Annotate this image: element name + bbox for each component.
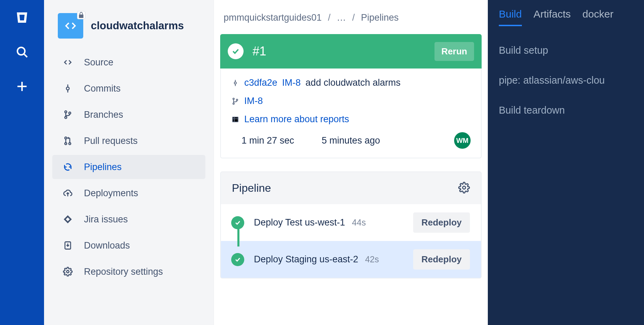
reports-row: Learn more about reports (231, 114, 471, 125)
step-duration: 42s (365, 254, 379, 264)
nav-label: Downloads (84, 240, 130, 251)
step-duration: 44s (352, 218, 366, 228)
repo-sidebar: cloudwatchalarms Source Commits Branches… (44, 0, 214, 325)
commit-icon (231, 79, 239, 87)
log-line[interactable]: Build setup (499, 45, 633, 56)
log-line[interactable]: Build teardown (499, 105, 633, 116)
pipeline-step[interactable]: Deploy Test us-west-1 44s Redeploy (221, 204, 481, 241)
run-number: #1 (253, 44, 266, 59)
svg-point-8 (65, 116, 67, 118)
add-icon[interactable] (13, 77, 31, 96)
log-panel: Build Artifacts docker Build setup pipe:… (488, 0, 644, 325)
nav-label: Branches (84, 109, 123, 120)
nav-downloads[interactable]: Downloads (52, 233, 205, 258)
breadcrumb-item[interactable]: … (337, 12, 346, 23)
nav-label: Deployments (84, 188, 138, 199)
step-name: Deploy Staging us-east-2 (254, 254, 358, 265)
run-timestamp: 5 minutes ago (322, 135, 380, 146)
breadcrumb: pmmquickstartguides01 / … / Pipelines (220, 12, 482, 34)
svg-point-7 (65, 111, 67, 113)
reports-link[interactable]: Learn more about reports (244, 114, 349, 125)
branch-icon (62, 109, 74, 120)
svg-point-31 (463, 186, 466, 189)
redeploy-button[interactable]: Redeploy (413, 249, 470, 270)
repo-avatar[interactable] (58, 13, 83, 39)
svg-point-22 (236, 99, 238, 101)
nav-label: Source (84, 57, 114, 68)
nav-label: Commits (84, 83, 121, 94)
success-icon (228, 43, 244, 59)
log-tab-build[interactable]: Build (499, 8, 522, 26)
pipeline-card: Pipeline Deploy Test us-west-1 44s Redep… (220, 171, 482, 279)
commit-issue-link[interactable]: IM-8 (282, 77, 301, 88)
pipelines-icon (62, 161, 74, 173)
user-avatar[interactable]: WM (454, 132, 471, 149)
nav-label: Pull requests (84, 136, 138, 146)
svg-point-12 (69, 143, 71, 145)
svg-point-9 (69, 112, 71, 114)
pipeline-settings-button[interactable] (458, 182, 470, 195)
code-icon (62, 56, 74, 68)
commit-row: c3dfa2e IM-8 add cloudwatch alarms (231, 77, 471, 88)
issue-row: IM-8 (231, 96, 471, 106)
bitbucket-logo-icon[interactable] (13, 8, 31, 27)
repo-name[interactable]: cloudwatchalarms (91, 20, 184, 32)
nav-deployments[interactable]: Deployments (52, 181, 205, 205)
main-content: pmmquickstartguides01 / … / Pipelines #1… (214, 0, 488, 325)
nav-pull-requests[interactable]: Pull requests (52, 129, 205, 153)
log-tab-artifacts[interactable]: Artifacts (534, 8, 571, 26)
svg-point-21 (233, 103, 234, 104)
svg-point-10 (65, 137, 67, 139)
download-icon (62, 240, 74, 251)
step-name: Deploy Test us-west-1 (254, 217, 345, 228)
repo-header: cloudwatchalarms (52, 13, 205, 50)
nav-jira-issues[interactable]: Jira issues (52, 207, 205, 231)
step-success-icon (231, 216, 244, 229)
nav-pipelines[interactable]: Pipelines (52, 155, 205, 179)
run-status-banner: #1 Rerun (220, 34, 482, 69)
commit-icon (62, 83, 74, 94)
pipeline-step[interactable]: Deploy Staging us-east-2 42s Redeploy (221, 241, 481, 278)
svg-point-0 (18, 48, 25, 55)
run-details: c3dfa2e IM-8 add cloudwatch alarms IM-8 … (220, 69, 482, 158)
log-line[interactable]: pipe: atlassian/aws-clou (499, 75, 633, 86)
nav-commits[interactable]: Commits (52, 76, 205, 101)
step-success-icon (231, 253, 244, 266)
commit-hash-link[interactable]: c3dfa2e (244, 77, 277, 88)
pipeline-title: Pipeline (232, 182, 271, 195)
nav-repo-settings[interactable]: Repository settings (52, 260, 205, 284)
run-meta: 1 min 27 sec 5 minutes ago WM (231, 132, 471, 149)
svg-line-1 (24, 54, 27, 57)
branch-icon (231, 97, 239, 105)
svg-point-4 (66, 87, 69, 90)
log-tab-docker[interactable]: docker (582, 8, 613, 26)
linked-issue-link[interactable]: IM-8 (244, 96, 263, 106)
nav-label: Jira issues (84, 214, 128, 225)
global-rail (0, 0, 44, 325)
svg-point-11 (65, 143, 67, 145)
gear-icon (62, 266, 74, 277)
jira-icon (62, 213, 74, 225)
lock-icon (77, 11, 85, 19)
breadcrumb-item[interactable]: Pipelines (361, 12, 399, 23)
nav-label: Repository settings (84, 266, 163, 277)
repo-nav: Source Commits Branches Pull requests Pi… (52, 50, 205, 284)
svg-rect-23 (233, 117, 238, 122)
nav-branches[interactable]: Branches (52, 103, 205, 127)
nav-source[interactable]: Source (52, 50, 205, 74)
commit-message: add cloudwatch alarms (305, 77, 400, 88)
nav-label: Pipelines (84, 162, 122, 172)
svg-point-20 (233, 98, 234, 99)
reports-icon (231, 115, 239, 124)
breadcrumb-item[interactable]: pmmquickstartguides01 (224, 12, 322, 23)
cloud-up-icon (62, 187, 74, 199)
search-icon[interactable] (13, 43, 31, 61)
redeploy-button[interactable]: Redeploy (413, 212, 470, 233)
run-duration: 1 min 27 sec (242, 135, 294, 146)
log-tabs: Build Artifacts docker (499, 8, 633, 26)
svg-point-17 (234, 82, 236, 84)
svg-point-16 (67, 271, 69, 273)
rerun-button[interactable]: Rerun (434, 42, 474, 61)
breadcrumb-sep: / (328, 12, 331, 23)
breadcrumb-sep: / (352, 12, 355, 23)
